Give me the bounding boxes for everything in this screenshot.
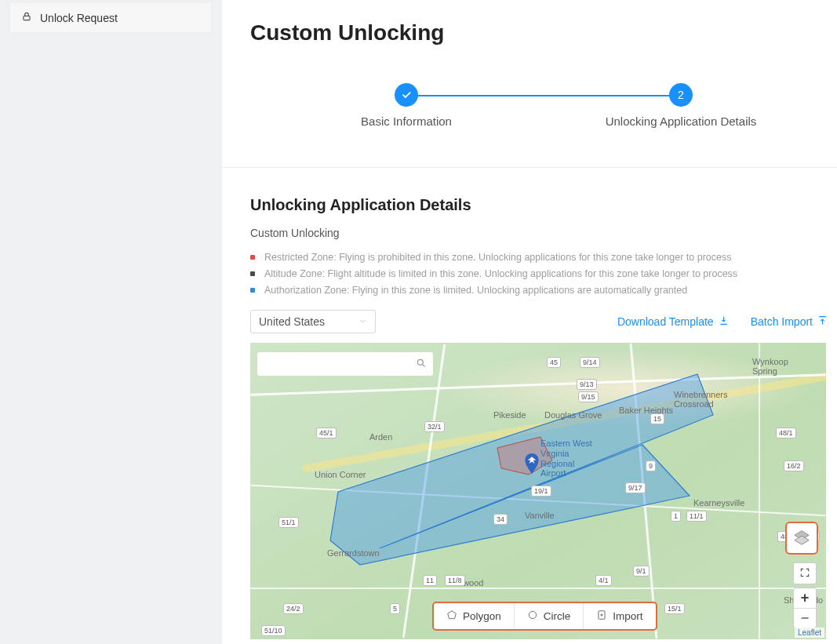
svg-point-3 [417, 359, 423, 365]
draw-circle-button[interactable]: Circle [514, 603, 584, 629]
layers-icon [793, 529, 810, 548]
import-file-icon [596, 609, 607, 623]
zone-dot-restricted [250, 255, 255, 260]
section-sublabel: Custom Unlocking [250, 227, 837, 239]
draw-toolbar: Polygon Circle Import [432, 602, 657, 631]
zone-restricted: Restricted Zone: Flying is prohibited in… [250, 250, 837, 265]
step-number: 2 [669, 83, 693, 107]
zone-dot-altitude [250, 271, 255, 276]
polygon-icon [446, 609, 457, 623]
sidebar-item-label: Unlock Request [40, 12, 118, 24]
chevron-down-icon [358, 315, 367, 328]
controls-row: United States Download Template Batch Im… [250, 310, 837, 333]
zone-altitude: Altitude Zone: Flight altitude is limite… [250, 267, 837, 282]
circle-icon [527, 609, 538, 623]
zone-dot-authorization [250, 288, 255, 293]
map-label: Kearneysville [693, 498, 744, 508]
step-basic-information: Basic Information [269, 83, 544, 128]
map-label: Gerrardstown [327, 548, 380, 558]
map-label: Vanville [525, 511, 555, 520]
map-label: Winebrenners Crossroad [674, 390, 727, 409]
airport-label: Eastern West Virginia Regional Airport [540, 438, 592, 478]
zoom-out-button[interactable]: − [794, 608, 816, 628]
zoom-in-button[interactable]: + [794, 588, 816, 608]
svg-rect-0 [24, 16, 30, 20]
sidebar-item-unlock-request[interactable]: Unlock Request [9, 2, 212, 33]
batch-import-link[interactable]: Batch Import [751, 315, 828, 328]
step-unlocking-details: 2 Unlocking Application Details [544, 83, 818, 128]
map-search [257, 352, 433, 376]
svg-marker-4 [448, 611, 457, 619]
lock-icon [21, 11, 32, 24]
draw-polygon-button[interactable]: Polygon [434, 603, 514, 629]
map-label: Douglas Grove [544, 410, 602, 420]
map-label: Pikeside [493, 410, 526, 420]
step-label: Basic Information [361, 115, 452, 128]
download-icon [719, 315, 729, 328]
fullscreen-icon [799, 567, 810, 580]
download-template-link[interactable]: Download Template [617, 315, 729, 328]
zoom-control: + − [793, 588, 817, 628]
map[interactable]: Pikeside Douglas Grove Baker Heights Win… [250, 343, 826, 639]
main-content: Custom Unlocking Basic Information 2 Unl… [222, 0, 837, 644]
map-label: Arden [369, 432, 392, 442]
section-title: Unlocking Application Details [250, 196, 837, 214]
map-label: Baker Heights [619, 406, 673, 415]
unlocking-details-section: Unlocking Application Details Custom Unl… [250, 168, 837, 639]
map-label: Union Corner [315, 470, 366, 479]
map-search-input[interactable] [264, 358, 416, 370]
page-title: Custom Unlocking [250, 20, 837, 45]
airport-marker-icon [523, 453, 539, 472]
sidebar: Unlock Request [0, 0, 212, 644]
layers-button[interactable] [785, 522, 818, 555]
country-select[interactable]: United States [250, 310, 376, 333]
zone-authorization: Authorization Zone: Flying in this zone … [250, 283, 837, 298]
map-attribution: Leaflet [795, 628, 824, 638]
draw-import-button[interactable]: Import [583, 603, 655, 629]
import-icon [817, 315, 828, 328]
step-label: Unlocking Application Details [606, 115, 757, 128]
search-icon[interactable] [416, 358, 427, 371]
zone-legend: Restricted Zone: Flying is prohibited in… [250, 250, 837, 297]
step-complete-icon [395, 83, 418, 107]
map-label: Wynkoop Spring [752, 357, 788, 376]
stepper: Basic Information 2 Unlocking Applicatio… [269, 83, 818, 128]
fullscreen-button[interactable] [793, 562, 817, 584]
svg-point-5 [529, 612, 536, 619]
svg-marker-8 [795, 536, 809, 544]
